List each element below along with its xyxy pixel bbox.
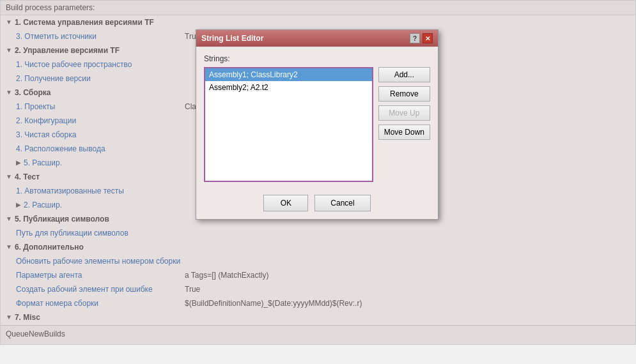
ok-button[interactable]: OK [263,195,308,211]
string-list-editor-dialog: String List Editor ? ✕ Strings: [196,29,438,220]
dialog-help-button[interactable]: ? [410,33,420,43]
strings-listbox[interactable]: Assembly1; ClassLibrary2 Assembly2; A2.t… [204,67,373,182]
list-item-1[interactable]: Assembly1; ClassLibrary2 [205,68,372,81]
dialog-titlebar-buttons: ? ✕ [410,33,433,43]
move-up-button[interactable]: Move Up [378,105,430,121]
dialog-action-buttons: Add... Remove Move Up Move Down [378,67,430,182]
dialog-titlebar: String List Editor ? ✕ [196,30,438,47]
add-button[interactable]: Add... [378,67,430,82]
dialog-content: Assembly1; ClassLibrary2 Assembly2; A2.t… [204,67,430,182]
move-down-button[interactable]: Move Down [378,125,430,140]
remove-button[interactable]: Remove [378,86,430,102]
help-icon: ? [413,35,417,42]
list-item-1-text: Assembly1; ClassLibrary2 [209,70,298,79]
strings-label: Strings: [204,54,430,63]
close-icon: ✕ [425,35,430,42]
dialog-close-button[interactable]: ✕ [423,33,433,43]
list-item-2[interactable]: Assembly2; A2.t2 [205,81,372,94]
dialog-footer: OK Cancel [196,190,438,219]
list-item-2-text: Assembly2; A2.t2 [209,83,268,92]
dialog-body: Strings: Assembly1; ClassLibrary2 Assemb… [196,47,438,190]
dialog-title: String List Editor [201,34,263,43]
cancel-button[interactable]: Cancel [314,195,370,211]
